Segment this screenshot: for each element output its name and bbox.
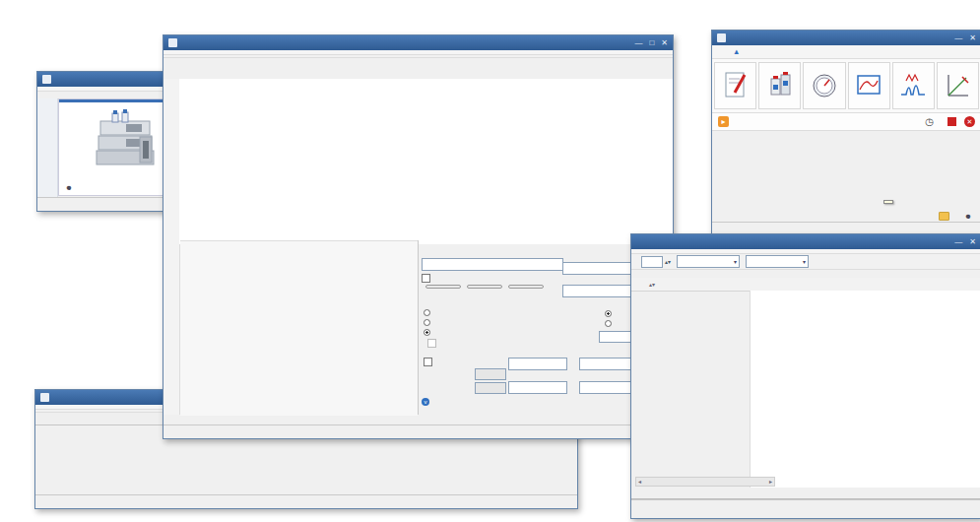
close-button[interactable]: ✕ <box>969 237 976 246</box>
none-button[interactable] <box>467 285 502 289</box>
fields-hscrollbar[interactable]: ◂▸ <box>635 477 775 487</box>
units-input[interactable] <box>475 382 506 394</box>
logo-icon: ▲ <box>733 47 740 56</box>
calibration-plot-pane[interactable] <box>750 291 980 488</box>
calibration-tile[interactable] <box>937 62 979 109</box>
abort-button[interactable]: ✕ <box>964 116 975 127</box>
view-button[interactable] <box>508 285 544 289</box>
user-icon: ☻ <box>964 212 972 221</box>
chromatogram-plot-pane[interactable] <box>179 79 673 244</box>
desktop: ☻ — □ ✕ <box>0 0 980 522</box>
all-peaks-radio[interactable] <box>424 309 433 316</box>
minimize-button[interactable]: — <box>954 33 962 42</box>
chromatogram-tile[interactable] <box>892 62 935 109</box>
calibration-file-input[interactable] <box>422 258 563 271</box>
calibration-header-row: ▴▾ <box>631 278 980 292</box>
data-acquisition-tile[interactable] <box>848 62 890 109</box>
close-button[interactable]: ✕ <box>969 33 976 42</box>
sequence-icon <box>40 393 49 402</box>
user-indicator[interactable]: ☻ <box>964 212 975 221</box>
running-icon: ▸ <box>718 116 729 127</box>
sequence-status-bar <box>35 494 577 508</box>
app-icon <box>42 75 51 84</box>
stop-button[interactable] <box>947 117 956 126</box>
minimize-button[interactable]: — <box>954 237 962 246</box>
scale-factor-input[interactable] <box>475 368 506 380</box>
calculation-select[interactable]: ▾ <box>562 262 637 275</box>
all-identified-radio[interactable] <box>424 319 433 326</box>
calibration-window: — ✕ ▴▾ ▾ ▾ ▴▾ ▴▾ ◂▸ <box>630 233 980 519</box>
device-monitor-tile[interactable] <box>803 62 845 109</box>
all-in-calibration-radio[interactable] <box>424 329 433 336</box>
height-radio[interactable] <box>605 320 615 327</box>
hide-istd-checkbox[interactable] <box>427 339 439 348</box>
type-select[interactable]: ▾ <box>746 255 809 268</box>
main-sidebar[interactable] <box>37 98 58 197</box>
stopwatch-icon: ◷ <box>925 116 934 127</box>
result-table-pane <box>180 240 418 416</box>
instrument-title-bar[interactable]: — ✕ <box>712 31 980 45</box>
inj-volume-input[interactable] <box>508 381 567 394</box>
calibration-tabs[interactable] <box>631 487 980 499</box>
chromatogram-chart <box>179 79 673 244</box>
mode-select[interactable]: ▾ <box>677 255 740 268</box>
instrument-footer: ☻ <box>939 212 975 221</box>
folder-icon <box>939 212 949 221</box>
calibration-chart <box>751 291 980 488</box>
compound-spin[interactable] <box>641 256 663 268</box>
calibration-title-bar[interactable]: — ✕ <box>631 234 980 249</box>
instrument-window: — ✕ ▲ <box>711 30 980 236</box>
maximize-button[interactable]: □ <box>649 38 654 47</box>
instrument-big-toolbar <box>712 59 980 113</box>
scroll-spin-icon[interactable]: ▴▾ <box>649 281 655 288</box>
amount-input[interactable] <box>508 358 567 370</box>
logged-user: ☻ <box>65 183 73 192</box>
chromatogram-icon <box>168 38 177 47</box>
chromatogram-window: — □ ✕ <box>163 34 674 439</box>
close-button[interactable]: ✕ <box>661 38 668 47</box>
user-variables-icon: v <box>422 398 429 406</box>
user-icon: ☻ <box>65 183 73 192</box>
project-indicator[interactable] <box>939 212 952 221</box>
minimize-button[interactable]: — <box>634 38 642 47</box>
algorithm-select[interactable]: ▾ <box>562 285 637 297</box>
user-variables-button[interactable]: v <box>422 398 432 406</box>
chromatogram-toolbar[interactable] <box>163 55 673 58</box>
chromatogram-title-bar[interactable]: — □ ✕ <box>163 35 673 50</box>
istd-amount-input[interactable] <box>579 358 632 370</box>
running-bar: ▸ ◷ ✕ <box>712 113 980 131</box>
injection-tile[interactable] <box>758 62 801 109</box>
dilution-input[interactable] <box>579 381 636 394</box>
instrument-illustration <box>83 107 167 168</box>
calibration-status-bar <box>631 499 980 513</box>
result-table-title <box>180 241 418 243</box>
method-setup-tile[interactable] <box>714 62 756 109</box>
set-button[interactable] <box>425 285 461 289</box>
open-stored-checkbox[interactable] <box>422 274 433 283</box>
area-radio[interactable] <box>605 310 615 317</box>
use-scale-checkbox[interactable] <box>424 358 435 366</box>
calibration-toolbar[interactable]: ▴▾ ▾ ▾ <box>631 254 980 270</box>
instrument-menu[interactable]: ▲ <box>712 45 980 59</box>
chromatogram-status-bar <box>163 424 673 438</box>
chromatogram-side-toolbar[interactable] <box>163 79 180 415</box>
instrument-icon <box>717 33 726 42</box>
sample-tooltip <box>883 200 893 204</box>
